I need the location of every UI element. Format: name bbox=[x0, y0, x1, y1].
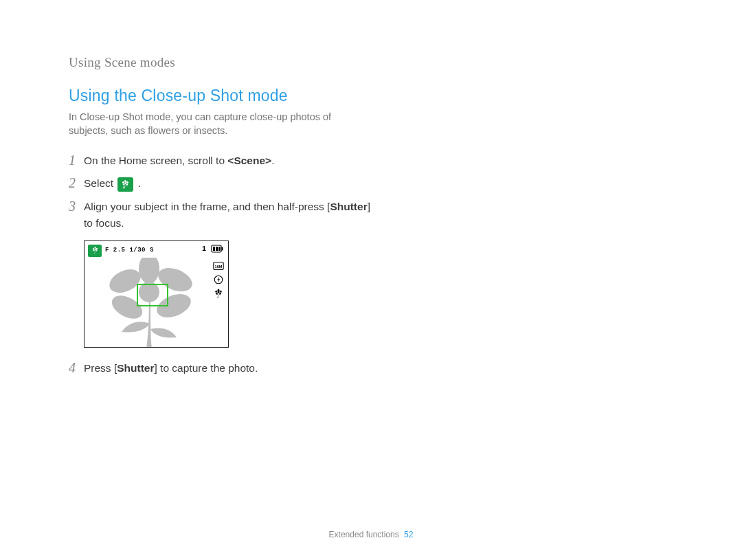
card-icon: 16M bbox=[213, 261, 224, 271]
flower-icon bbox=[120, 179, 131, 190]
page-title: Using the Close-up Shot mode bbox=[69, 87, 680, 105]
svg-point-27 bbox=[218, 289, 220, 291]
step-body: On the Home screen, scroll to <Scene>. bbox=[84, 153, 274, 168]
svg-point-2 bbox=[122, 181, 125, 184]
step-body: Select bbox=[84, 175, 141, 192]
step-text: . bbox=[138, 177, 141, 189]
svg-point-29 bbox=[219, 290, 222, 293]
step-2: 2 Select bbox=[69, 175, 378, 192]
step-text: Align your subject in the frame, and the… bbox=[84, 201, 330, 212]
svg-point-15 bbox=[95, 248, 98, 250]
step-body: Align your subject in the frame, and the… bbox=[84, 199, 378, 231]
step-text: . bbox=[271, 155, 274, 166]
page-footer: Extended functions 52 bbox=[0, 530, 742, 539]
exposure-readout: F 2.5 1/30 S bbox=[105, 247, 154, 254]
intro-paragraph: In Close-up Shot mode, you can capture c… bbox=[69, 111, 357, 137]
svg-point-7 bbox=[139, 258, 159, 284]
step-body: Press [Shutter] to capture the photo. bbox=[84, 360, 258, 376]
svg-point-12 bbox=[94, 249, 95, 250]
svg-point-26 bbox=[218, 291, 220, 293]
svg-text:16M: 16M bbox=[215, 265, 223, 269]
step-list: 1 On the Home screen, scroll to <Scene>.… bbox=[69, 153, 378, 376]
step-3: 3 Align your subject in the frame, and t… bbox=[69, 199, 378, 231]
lcd-side-icons: 16M bbox=[213, 261, 224, 298]
mode-indicator-icon bbox=[88, 245, 102, 257]
macro-icon bbox=[213, 289, 224, 298]
svg-point-1 bbox=[125, 180, 127, 182]
section-header: Using Scene modes bbox=[69, 55, 680, 70]
svg-rect-21 bbox=[216, 247, 218, 251]
step-text-bold: <Scene> bbox=[227, 155, 271, 166]
step-1: 1 On the Home screen, scroll to <Scene>. bbox=[69, 153, 378, 168]
svg-point-28 bbox=[215, 290, 218, 293]
figure-row: F 2.5 1/30 S 1 16M bbox=[69, 240, 378, 348]
svg-point-13 bbox=[94, 247, 95, 249]
svg-point-14 bbox=[92, 248, 94, 250]
svg-point-3 bbox=[126, 181, 129, 184]
focus-frame bbox=[137, 284, 168, 306]
manual-page: Using Scene modes Using the Close-up Sho… bbox=[0, 0, 742, 560]
svg-rect-19 bbox=[222, 247, 223, 250]
footer-label: Extended functions bbox=[329, 530, 399, 539]
step-text-bold: Shutter bbox=[330, 201, 367, 212]
svg-point-0 bbox=[125, 183, 127, 185]
step-number: 4 bbox=[69, 360, 84, 376]
step-text: ] to capture the photo. bbox=[154, 362, 258, 374]
camera-lcd-figure: F 2.5 1/30 S 1 16M bbox=[84, 240, 229, 348]
battery-icon bbox=[211, 245, 223, 253]
flash-off-icon bbox=[213, 275, 224, 284]
step-4: 4 Press [Shutter] to capture the photo. bbox=[69, 360, 378, 376]
step-text: Press [ bbox=[84, 362, 117, 374]
svg-rect-22 bbox=[218, 247, 221, 251]
step-text: On the Home screen, scroll to bbox=[84, 155, 227, 166]
step-number: 2 bbox=[69, 175, 84, 191]
svg-rect-20 bbox=[213, 247, 215, 251]
step-number: 3 bbox=[69, 199, 84, 214]
step-text: Select bbox=[84, 177, 116, 189]
closeup-mode-icon bbox=[117, 177, 133, 192]
step-text-bold: Shutter bbox=[117, 362, 154, 374]
shots-remaining: 1 bbox=[202, 245, 206, 253]
page-number: 52 bbox=[404, 530, 413, 539]
flower-icon bbox=[91, 246, 100, 255]
step-number: 1 bbox=[69, 153, 84, 168]
